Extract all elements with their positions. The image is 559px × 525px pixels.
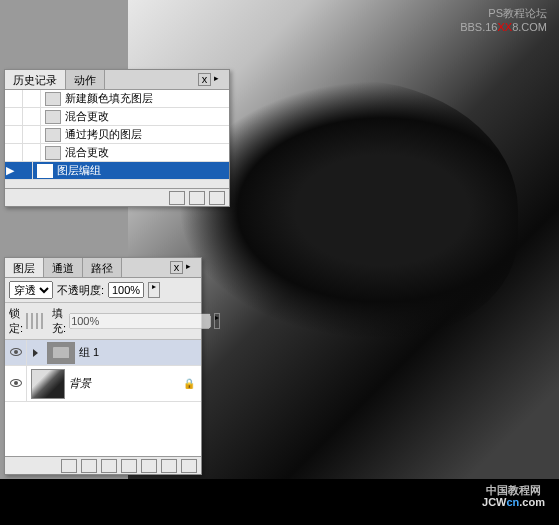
history-tabs: 历史记录 动作 x ▸	[5, 70, 229, 90]
layers-tabs: 图层 通道 路径 x ▸	[5, 258, 201, 278]
step-icon	[45, 92, 61, 106]
fill-input	[69, 313, 211, 329]
history-item[interactable]: 通过拷贝的图层	[5, 126, 229, 144]
fx-icon[interactable]	[81, 459, 97, 473]
fill-label: 填充:	[52, 306, 66, 336]
history-label: 新建颜色填充图层	[65, 91, 153, 106]
lock-all-icon[interactable]	[41, 313, 43, 329]
watermark-bottom: 中国教程网 JCWcn.com	[0, 479, 559, 525]
opacity-label: 不透明度:	[57, 283, 104, 298]
opacity-spinner-icon[interactable]: ▸	[148, 282, 160, 298]
visibility-toggle[interactable]	[5, 366, 27, 401]
step-icon	[45, 128, 61, 142]
folder-icon	[53, 347, 69, 358]
history-item[interactable]: 混合更改	[5, 108, 229, 126]
step-icon	[45, 110, 61, 124]
lock-indicator-icon: 🔒	[183, 378, 195, 389]
brush-well[interactable]	[23, 90, 41, 107]
watermark-line2: BBS.16XX8.COM	[460, 21, 547, 33]
close-icon[interactable]: x	[198, 73, 211, 86]
snapshot-well[interactable]	[5, 144, 23, 161]
visibility-toggle[interactable]	[5, 340, 27, 365]
layer-name[interactable]: 背景	[69, 376, 91, 391]
mask-icon[interactable]	[101, 459, 117, 473]
layer-name[interactable]: 组 1	[79, 345, 99, 360]
link-icon[interactable]	[61, 459, 77, 473]
opacity-input[interactable]	[108, 282, 144, 298]
layers-panel: 图层 通道 路径 x ▸ 穿透 不透明度: ▸ 锁定: 填充: ▸ 组 1	[4, 257, 202, 475]
brush-well[interactable]	[23, 108, 41, 125]
new-document-icon[interactable]	[169, 191, 185, 205]
eye-icon	[10, 348, 22, 356]
blend-opacity-row: 穿透 不透明度: ▸	[5, 278, 201, 303]
snapshot-well[interactable]	[5, 126, 23, 143]
watermark-cn: 中国教程网	[486, 483, 541, 498]
layer-list: 组 1 背景 🔒	[5, 340, 201, 456]
tab-history[interactable]: 历史记录	[5, 70, 66, 89]
lock-transparency-icon[interactable]	[26, 313, 28, 329]
history-footer	[5, 188, 229, 206]
history-item[interactable]: 新建颜色填充图层	[5, 90, 229, 108]
close-icon[interactable]: x	[170, 261, 183, 274]
history-label: 图层编组	[57, 163, 101, 178]
history-label: 混合更改	[65, 145, 109, 160]
layers-footer	[5, 456, 201, 474]
brush-well[interactable]	[23, 144, 41, 161]
watermark-top: PS教程论坛 BBS.16XX8.COM	[460, 6, 547, 33]
adjustment-icon[interactable]	[121, 459, 137, 473]
brush-well[interactable]	[15, 162, 33, 179]
eye-icon	[10, 379, 22, 387]
group-icon[interactable]	[141, 459, 157, 473]
lock-pixels-icon[interactable]	[31, 313, 33, 329]
lock-position-icon[interactable]	[36, 313, 38, 329]
snapshot-well[interactable]	[5, 108, 23, 125]
brush-well[interactable]	[23, 126, 41, 143]
fill-spinner-icon[interactable]: ▸	[214, 313, 220, 329]
snapshot-well[interactable]	[5, 90, 23, 107]
new-layer-icon[interactable]	[161, 459, 177, 473]
layer-row[interactable]: 组 1	[5, 340, 201, 366]
folder-thumb	[47, 342, 75, 364]
layer-thumb	[31, 369, 65, 399]
trash-icon[interactable]	[181, 459, 197, 473]
tab-paths[interactable]: 路径	[83, 258, 122, 277]
blend-mode-select[interactable]: 穿透	[9, 281, 53, 299]
tab-layers[interactable]: 图层	[5, 258, 44, 277]
layer-row[interactable]: 背景 🔒	[5, 366, 201, 402]
trash-icon[interactable]	[209, 191, 225, 205]
history-item[interactable]: ▶ 图层编组	[5, 162, 229, 180]
new-snapshot-icon[interactable]	[189, 191, 205, 205]
history-panel: 历史记录 动作 x ▸ 新建颜色填充图层 混合更改 通过拷贝的图层 混合更改	[4, 69, 230, 207]
history-label: 混合更改	[65, 109, 109, 124]
step-icon	[37, 164, 53, 178]
history-list: 新建颜色填充图层 混合更改 通过拷贝的图层 混合更改 ▶ 图层编组	[5, 90, 229, 180]
tab-actions[interactable]: 动作	[66, 70, 105, 89]
current-marker-icon: ▶	[5, 164, 15, 177]
history-item[interactable]: 混合更改	[5, 144, 229, 162]
chevron-right-icon	[33, 349, 38, 357]
watermark-line1: PS教程论坛	[460, 6, 547, 21]
panel-menu-icon[interactable]: ▸	[214, 73, 227, 86]
step-icon	[45, 146, 61, 160]
history-label: 通过拷贝的图层	[65, 127, 142, 142]
lock-fill-row: 锁定: 填充: ▸	[5, 303, 201, 340]
tab-channels[interactable]: 通道	[44, 258, 83, 277]
lock-label: 锁定:	[9, 306, 23, 336]
panel-menu-icon[interactable]: ▸	[186, 261, 199, 274]
group-disclosure[interactable]	[27, 347, 43, 359]
